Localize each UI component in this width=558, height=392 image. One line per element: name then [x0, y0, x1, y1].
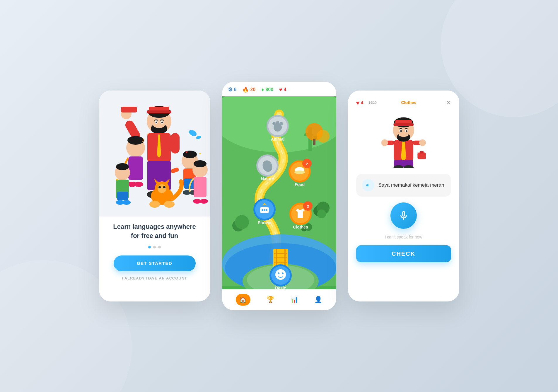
- progress-label: 16/20: [368, 101, 377, 104]
- svg-text:Animal: Animal: [271, 137, 284, 142]
- map-header: ⚙ 6 🔥 20 ♦ 800 ♥ 4: [222, 82, 336, 96]
- lives-display: ♥ 4: [356, 100, 364, 106]
- gems-value: 800: [265, 87, 273, 92]
- svg-point-51: [200, 199, 208, 204]
- svg-point-128: [278, 272, 279, 274]
- svg-point-36: [158, 186, 161, 188]
- svg-point-147: [419, 139, 426, 146]
- xp-value: 6: [234, 87, 237, 92]
- svg-rect-22: [128, 156, 143, 180]
- svg-rect-28: [117, 192, 128, 200]
- svg-rect-136: [393, 123, 414, 126]
- nav-leaderboard[interactable]: 📊: [290, 296, 298, 304]
- svg-point-30: [122, 200, 131, 205]
- mic-button[interactable]: [390, 202, 417, 229]
- login-button[interactable]: I ALREADY HAVE AN ACCOUNT: [122, 276, 187, 280]
- onboarding-content: Learn languages anywhere for free and fu…: [99, 217, 210, 301]
- svg-point-24: [134, 182, 143, 187]
- streak-icon: 🔥: [242, 86, 249, 93]
- svg-point-41: [183, 151, 197, 158]
- stat-gems: ♦ 800: [261, 87, 273, 93]
- svg-rect-4: [147, 110, 171, 113]
- svg-point-35: [158, 184, 166, 193]
- onboarding-screen: ♪ ♪ ✦ ✦ ♥ ♥ Learn languages anywhere for…: [99, 91, 210, 301]
- svg-text:✦: ✦: [199, 152, 202, 156]
- stat-xp: ⚙ 6: [228, 86, 237, 93]
- svg-point-115: [262, 209, 263, 211]
- stat-hearts: ♥ 4: [279, 87, 286, 93]
- svg-text:2: 2: [306, 162, 308, 166]
- svg-point-38: [149, 201, 160, 208]
- svg-text:Food: Food: [294, 182, 304, 187]
- sentence-text: Saya memakai kemeja merah: [378, 182, 444, 188]
- speech-bubble: Saya memakai kemeja merah: [356, 174, 451, 197]
- check-button[interactable]: CHECK: [356, 245, 451, 262]
- dot-2: [153, 246, 156, 248]
- gem-icon: ♦: [261, 87, 264, 93]
- dot-3: [158, 246, 161, 248]
- svg-point-98: [279, 122, 283, 125]
- svg-rect-148: [417, 153, 426, 159]
- mic-area: [356, 202, 451, 229]
- svg-point-109: [294, 171, 305, 174]
- svg-point-67: [317, 130, 330, 143]
- svg-point-26: [116, 163, 129, 170]
- svg-point-37: [163, 186, 165, 188]
- exercise-header: ♥ 4 16/20 Clothes ✕: [356, 99, 451, 106]
- nav-achievements[interactable]: 🏆: [267, 296, 274, 304]
- svg-point-146: [381, 139, 388, 146]
- xp-icon: ⚙: [228, 86, 233, 93]
- svg-point-10: [161, 122, 163, 123]
- svg-text:Phrase: Phrase: [257, 220, 271, 225]
- svg-rect-149: [420, 151, 424, 154]
- svg-point-129: [282, 272, 284, 274]
- svg-point-142: [406, 130, 407, 132]
- svg-text:Nature: Nature: [261, 176, 274, 181]
- page-dots: [148, 246, 161, 248]
- stat-streak: 🔥 20: [242, 86, 255, 93]
- illustration-area: ♪ ♪ ✦ ✦ ♥ ♥: [99, 91, 210, 217]
- svg-point-96: [272, 122, 276, 125]
- svg-point-138: [398, 131, 408, 137]
- svg-point-48: [194, 160, 207, 167]
- audio-button[interactable]: [362, 179, 374, 191]
- svg-text:Basic: Basic: [275, 286, 286, 289]
- svg-point-90: [235, 215, 249, 229]
- svg-point-97: [276, 121, 279, 125]
- svg-rect-66: [313, 139, 315, 145]
- svg-text:♥: ♥: [185, 150, 188, 154]
- map-screen: ⚙ 6 🔥 20 ♦ 800 ♥ 4: [222, 82, 336, 310]
- home-icon: 🏠: [236, 294, 250, 306]
- svg-point-39: [164, 201, 175, 208]
- game-map: Animal Nature 2 Food: [222, 96, 336, 289]
- svg-text:✦: ✦: [115, 177, 119, 182]
- screens-container: ♪ ♪ ✦ ✦ ♥ ♥ Learn languages anywhere for…: [99, 82, 459, 310]
- svg-point-116: [264, 209, 265, 211]
- lives-count: 4: [361, 100, 363, 105]
- svg-text:♪: ♪: [141, 136, 145, 143]
- trophy-icon: 🏆: [267, 296, 274, 304]
- svg-rect-49: [194, 177, 207, 197]
- dot-1: [148, 246, 151, 248]
- profile-icon: 👤: [314, 296, 322, 304]
- svg-text:3: 3: [307, 204, 309, 209]
- svg-point-117: [266, 209, 267, 211]
- svg-point-9: [156, 122, 157, 123]
- svg-rect-16: [171, 133, 180, 154]
- heart-stat-icon: ♥: [279, 87, 282, 93]
- svg-rect-15: [121, 107, 137, 113]
- nav-profile[interactable]: 👤: [314, 296, 322, 304]
- svg-text:Clothes: Clothes: [293, 225, 308, 229]
- chart-icon: 📊: [290, 296, 298, 304]
- skip-text[interactable]: I can't speak for now: [356, 235, 451, 239]
- nav-home[interactable]: 🏠: [236, 294, 250, 306]
- svg-point-88: [317, 209, 326, 218]
- svg-point-141: [400, 130, 402, 132]
- heart-icon: ♥: [356, 100, 360, 106]
- hearts-value: 4: [284, 87, 286, 92]
- lesson-title: Clothes: [377, 100, 441, 105]
- close-button[interactable]: ✕: [446, 99, 451, 106]
- get-started-button[interactable]: GET STARTED: [114, 255, 196, 271]
- svg-point-127: [275, 269, 286, 280]
- exercise-screen: ♥ 4 16/20 Clothes ✕: [348, 91, 459, 301]
